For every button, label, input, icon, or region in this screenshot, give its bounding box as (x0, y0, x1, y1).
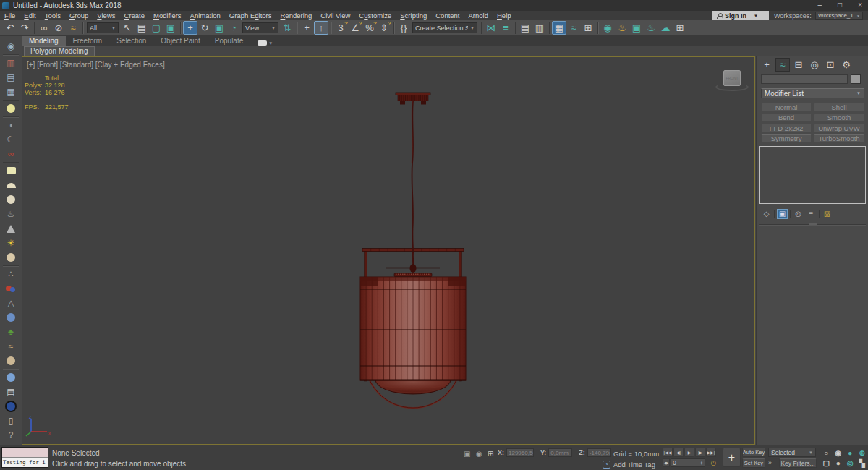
key-filters-icon[interactable]: » (768, 459, 772, 466)
snaps-toggle-icon[interactable]: 3? (333, 21, 348, 35)
close-button[interactable]: × (858, 1, 862, 9)
menu-rendering[interactable]: Rendering (276, 12, 316, 20)
maxscript-mini-listener[interactable]: Testing for i (1, 447, 48, 468)
modifier-stack[interactable] (760, 146, 866, 204)
play-animation-button[interactable]: ▶ (684, 448, 694, 457)
geosphere-primitive-icon[interactable] (4, 252, 17, 264)
modifier-button-normal[interactable]: Normal (761, 103, 812, 112)
isolate-selection-icon[interactable]: ▣ (464, 450, 470, 458)
stereo-glasses-icon[interactable]: ∞ (4, 148, 17, 161)
sun-light-icon[interactable]: ☀ (4, 237, 17, 249)
modifier-button-smooth[interactable]: Smooth (814, 114, 864, 123)
x-value-field[interactable]: 129960,50 (506, 448, 534, 457)
keyboard-shortcut-override-toggle-icon[interactable]: ↑ (314, 21, 328, 35)
mirror-button-icon[interactable]: ⋈ (484, 21, 498, 35)
listener-script-line[interactable]: Testing for i (2, 458, 48, 467)
previous-frame-button[interactable]: ◀| (673, 448, 684, 457)
modifier-button-bend[interactable]: Bend (761, 114, 812, 123)
ribbon-tab-freeform[interactable]: Freeform (66, 36, 110, 46)
hierarchy-tab[interactable]: ⊟ (791, 58, 806, 72)
pin-stack-icon[interactable]: ◇ (761, 209, 772, 219)
select-and-rotate-icon[interactable]: ↻ (197, 21, 212, 35)
scatter-cluster-icon[interactable] (4, 312, 17, 324)
schematic-view-icon[interactable]: ⊞ (581, 21, 595, 35)
notes-icon[interactable]: ▯ (4, 415, 17, 427)
modifier-list-dropdown[interactable]: Modifier List ▼ (761, 88, 864, 98)
menu-tools[interactable]: Tools (41, 12, 65, 20)
clipboard-icon[interactable]: ▤ (4, 386, 17, 398)
bind-to-space-warp-icon[interactable]: ≈ (66, 21, 80, 35)
menu-file[interactable]: File (0, 12, 20, 20)
motion-tab[interactable]: ◎ (807, 58, 822, 72)
material-editor-icon[interactable]: ◉ (600, 21, 615, 35)
speaker-icon[interactable]: ◖ (4, 119, 17, 132)
reference-coordinate-system-dropdown[interactable]: View▼ (242, 22, 278, 33)
configure-modifier-sets-icon[interactable]: ▨ (822, 209, 833, 219)
viewport-layout-eye-icon[interactable]: ◉ (4, 40, 17, 53)
cone-primitive-icon[interactable] (4, 223, 17, 235)
go-to-end-button[interactable]: ▶▶| (706, 448, 716, 457)
object-color-swatch[interactable] (851, 74, 861, 84)
zoom-all-icon[interactable]: ◉ (833, 448, 845, 458)
render-in-cloud-icon[interactable]: ☁ (658, 21, 673, 35)
workspace-dropdown[interactable]: Workspace_1 ▼ (815, 12, 863, 20)
curve-editor-icon[interactable]: ≈ (566, 21, 581, 35)
moon-icon[interactable]: ☾ (4, 134, 17, 146)
compound-objects-icon[interactable] (4, 283, 17, 295)
y-value-field[interactable]: 0,0mm (548, 448, 572, 457)
ribbon-tab-modeling[interactable]: Modeling (22, 36, 66, 46)
select-and-link-icon[interactable]: ∞ (37, 21, 51, 35)
maximize-viewport-icon[interactable]: ▚ (856, 458, 868, 468)
light-bulb-icon[interactable] (4, 103, 17, 115)
modifier-button-unwrap-uvw[interactable]: Unwrap UVW (814, 124, 864, 133)
selection-set-dropdown[interactable]: Selected ▼ (768, 448, 816, 457)
dark-sphere-icon[interactable] (4, 401, 17, 413)
a360-gallery-icon[interactable]: ⊞ (673, 21, 687, 35)
zoom-extents-all-icon[interactable]: ⊕ (856, 448, 868, 458)
go-to-start-button[interactable]: |◀◀ (663, 448, 673, 457)
menu-animation[interactable]: Animation (186, 12, 225, 20)
orbit-icon[interactable]: ◎ (844, 458, 856, 468)
pendant-lamp-model[interactable] (348, 87, 478, 420)
next-frame-button[interactable]: |▶ (695, 448, 705, 457)
spinner-snap-toggle-icon[interactable]: ⇕? (377, 21, 391, 35)
view-cube-face[interactable]: FRONT (723, 70, 741, 86)
zoom-region-icon[interactable]: ▢ (820, 458, 833, 468)
select-and-place-icon[interactable]: ◔ (226, 21, 241, 35)
unlink-selection-icon[interactable]: ⊘ (51, 21, 66, 35)
ribbon-tab-selection[interactable]: Selection (109, 36, 153, 46)
blue-sphere-icon[interactable] (4, 372, 17, 384)
particles-icon[interactable]: ∴ (4, 268, 17, 281)
utilities-tab[interactable]: ⚙ (839, 58, 854, 72)
sphere-primitive-icon[interactable] (4, 194, 17, 206)
view-cube[interactable]: FRONT (715, 69, 749, 93)
remove-modifier-icon[interactable]: ≡ (806, 209, 817, 219)
menu-edit[interactable]: Edit (20, 12, 40, 20)
property-grid-icon[interactable]: ▦ (4, 86, 17, 98)
modifier-button-turbosmooth[interactable]: TurboSmooth (814, 134, 864, 144)
edit-named-selection-sets-icon[interactable]: {} (396, 21, 411, 35)
dome-primitive-icon[interactable] (4, 179, 17, 192)
add-time-tag[interactable]: ◔ Add Time Tag (603, 461, 655, 469)
menu-modifiers[interactable]: Modifiers (149, 12, 186, 20)
render-setup-icon[interactable]: ♨ (615, 21, 629, 35)
ribbon-tab-populate[interactable]: Populate (208, 36, 250, 46)
modifier-button-shell[interactable]: Shell (814, 103, 864, 112)
time-configuration-button[interactable]: ◷ (709, 458, 718, 467)
render-production-icon[interactable]: ♨ (644, 21, 658, 35)
create-tab[interactable]: + (760, 58, 774, 72)
viewport[interactable]: [+] [Front] [Standard] [Clay + Edged Fac… (22, 56, 755, 445)
select-and-move-icon[interactable]: + (183, 21, 197, 35)
select-and-manipulate-icon[interactable]: + (299, 21, 314, 35)
zoom-extents-icon[interactable]: ● (844, 448, 856, 458)
redo-button-icon[interactable]: ↷ (17, 21, 32, 35)
toggle-scene-explorer-icon[interactable]: ▤ (518, 21, 532, 35)
percent-snap-toggle-icon[interactable]: %? (362, 21, 377, 35)
pyramid-helper-icon[interactable]: △ (4, 297, 17, 309)
key-mode-toggle[interactable]: ◀▶ (663, 458, 670, 467)
help-question-icon[interactable]: ? (4, 430, 17, 442)
named-selection-sets-dropdown[interactable]: Create Selection Se▼ (412, 22, 477, 33)
scene-list-icon[interactable]: ▤ (4, 72, 17, 84)
menu-group[interactable]: Group (65, 12, 93, 20)
align-button-icon[interactable]: ≡ (498, 21, 513, 35)
